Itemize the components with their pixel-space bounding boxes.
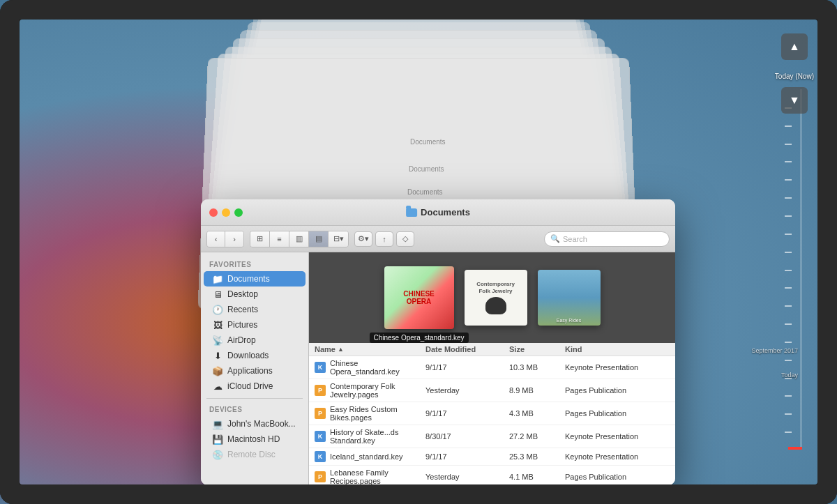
file-name-cell: P Contemporary Folk Jewelry.pages xyxy=(315,382,425,399)
pictures-icon: 🖼 xyxy=(212,319,223,330)
opera-label: Chinese Opera_standard.key xyxy=(369,333,468,343)
bikes-thumbnail: Easy Rides xyxy=(538,270,601,326)
file-name-cell: K History of Skate...ds Standard.key xyxy=(315,428,425,445)
file-content: CHINESEOPERA Chinese Opera_standard.key … xyxy=(309,252,675,484)
tm-now-label: Today (Now) xyxy=(775,72,814,80)
sidebar-airdrop-label: AirDrop xyxy=(227,335,256,345)
file-name-cell: P Lebanese Family Recipes.pages xyxy=(315,468,425,484)
sidebar-applications-label: Applications xyxy=(227,366,273,376)
applications-icon: 📦 xyxy=(212,365,223,376)
sidebar-remote-label: Remote Disc xyxy=(227,450,276,459)
sidebar-documents-label: Documents xyxy=(227,274,270,284)
file-name-cell: P Easy Rides Custom Bikes.pages xyxy=(315,405,425,422)
sidebar-item-icloud[interactable]: ☁ iCloud Drive xyxy=(204,379,306,394)
keynote-icon: K xyxy=(315,362,326,373)
sidebar-macbook-label: John's MacBook... xyxy=(227,419,296,429)
recents-icon: 🕐 xyxy=(212,304,223,315)
sidebar-item-applications[interactable]: 📦 Applications xyxy=(204,363,306,379)
sidebar-item-recents[interactable]: 🕐 Recents xyxy=(204,302,306,317)
screen-area: ▲ Today (Now) ▼ Documents Documents Docu… xyxy=(20,20,817,484)
close-button[interactable] xyxy=(209,208,218,217)
file-list-header: Name ▲ Date Modified Size Kind xyxy=(309,343,675,356)
forward-button[interactable]: › xyxy=(225,231,243,247)
file-name-cell: K Chinese Opera_standard.key xyxy=(315,359,425,376)
preview-opera[interactable]: CHINESEOPERA Chinese Opera_standard.key xyxy=(384,266,454,329)
maximize-button[interactable] xyxy=(234,208,243,217)
airdrop-icon: 📡 xyxy=(212,335,223,346)
sidebar-item-downloads[interactable]: ⬇ Downloads xyxy=(204,348,306,363)
search-icon: 🔍 xyxy=(550,234,560,243)
nav-buttons: ‹ › xyxy=(206,231,244,247)
col-date[interactable]: Date Modified xyxy=(425,345,509,353)
action-btn[interactable]: ⚙▾ xyxy=(354,231,372,247)
remote-icon: 💿 xyxy=(212,449,223,460)
minimize-button[interactable] xyxy=(222,208,230,217)
tm-today-label: Today xyxy=(781,372,798,379)
cover-flow-btn[interactable]: ▤ xyxy=(309,231,329,247)
favorites-label: Favorites xyxy=(201,258,308,271)
window-body: Favorites 📁 Documents 🖥 Desktop 🕐 Recent… xyxy=(201,252,675,484)
sidebar-item-hd[interactable]: 💾 Macintosh HD xyxy=(204,432,306,447)
table-row[interactable]: P Easy Rides Custom Bikes.pages 9/1/17 4… xyxy=(309,402,675,425)
documents-icon: 📁 xyxy=(212,273,223,284)
tm-down-arrow[interactable]: ▼ xyxy=(781,87,808,114)
sidebar-downloads-label: Downloads xyxy=(227,351,269,360)
sidebar-pictures-label: Pictures xyxy=(227,320,257,330)
folder-icon xyxy=(406,208,417,217)
column-view-btn[interactable]: ▥ xyxy=(289,231,309,247)
table-row[interactable]: K Chinese Opera_standard.key 9/1/17 10.3… xyxy=(309,356,675,379)
preview-bikes[interactable]: Easy Rides xyxy=(538,270,601,326)
toolbar: ‹ › ⊞ ≡ ▥ ▤ ⊟▾ ⚙▾ ↑ ◇ 🔍 Search xyxy=(201,226,675,252)
table-row[interactable]: K Iceland_standard.key 9/1/17 25.3 MB Ke… xyxy=(309,448,675,466)
opera-thumb: CHINESEOPERA xyxy=(384,266,454,329)
sidebar-recents-label: Recents xyxy=(227,305,258,314)
jewelry-thumb: ContemporaryFolk Jewelry xyxy=(465,270,527,326)
col-name[interactable]: Name ▲ xyxy=(315,345,425,353)
col-size[interactable]: Size xyxy=(509,345,565,353)
sidebar-divider xyxy=(206,398,303,399)
table-row[interactable]: P Contemporary Folk Jewelry.pages Yester… xyxy=(309,379,675,402)
pages-icon: P xyxy=(315,385,326,396)
back-button[interactable]: ‹ xyxy=(207,231,225,247)
icon-view-btn[interactable]: ⊞ xyxy=(250,231,270,247)
devices-label: Devices xyxy=(201,403,308,416)
tm-up-arrow[interactable]: ▲ xyxy=(781,33,808,60)
preview-jewelry[interactable]: ContemporaryFolk Jewelry xyxy=(465,270,527,326)
preview-area: CHINESEOPERA Chinese Opera_standard.key … xyxy=(309,252,675,343)
bikes-thumb: Easy Rides xyxy=(538,270,601,326)
finder-window: Documents ‹ › ⊞ ≡ ▥ ▤ ⊟▾ ⚙▾ ↑ ◇ 🔍 Search xyxy=(201,199,675,484)
icloud-icon: ☁ xyxy=(212,381,223,392)
search-box[interactable]: 🔍 Search xyxy=(544,231,670,247)
sidebar-item-desktop[interactable]: 🖥 Desktop xyxy=(204,287,306,302)
table-row[interactable]: P Lebanese Family Recipes.pages Yesterda… xyxy=(309,466,675,484)
keynote-icon: K xyxy=(315,431,326,442)
share-btn[interactable]: ↑ xyxy=(375,231,393,247)
sidebar-item-documents[interactable]: 📁 Documents xyxy=(204,271,306,287)
sidebar-hd-label: Macintosh HD xyxy=(227,434,280,444)
file-list: Name ▲ Date Modified Size Kind xyxy=(309,343,675,484)
gallery-view-btn[interactable]: ⊟▾ xyxy=(329,231,348,247)
macbook-icon: 💻 xyxy=(212,418,223,429)
sidebar-item-remote[interactable]: 💿 Remote Disc xyxy=(204,447,306,462)
sidebar-item-airdrop[interactable]: 📡 AirDrop xyxy=(204,333,306,348)
sidebar-item-macbook[interactable]: 💻 John's MacBook... xyxy=(204,416,306,432)
table-row[interactable]: K History of Skate...ds Standard.key 8/3… xyxy=(309,425,675,448)
traffic-lights xyxy=(209,208,243,217)
pages-icon: P xyxy=(315,471,326,482)
title-bar: Documents xyxy=(201,199,675,226)
timeline-bar xyxy=(800,89,802,450)
hd-icon: 💾 xyxy=(212,434,223,445)
downloads-icon: ⬇ xyxy=(212,350,223,361)
col-kind[interactable]: Kind xyxy=(565,345,670,353)
sidebar-item-pictures[interactable]: 🖼 Pictures xyxy=(204,317,306,333)
list-view-btn[interactable]: ≡ xyxy=(270,231,289,247)
time-machine-controls: ▲ Today (Now) ▼ xyxy=(775,33,814,119)
pages-icon: P xyxy=(315,408,326,419)
sidebar-desktop-label: Desktop xyxy=(227,289,258,299)
timeline-now-marker xyxy=(788,447,802,450)
search-placeholder: Search xyxy=(563,235,587,243)
sidebar: Favorites 📁 Documents 🖥 Desktop 🕐 Recent… xyxy=(201,252,309,484)
tag-btn[interactable]: ◇ xyxy=(396,231,414,247)
view-buttons: ⊞ ≡ ▥ ▤ ⊟▾ xyxy=(250,231,349,247)
jewelry-thumbnail: ContemporaryFolk Jewelry xyxy=(465,270,527,326)
